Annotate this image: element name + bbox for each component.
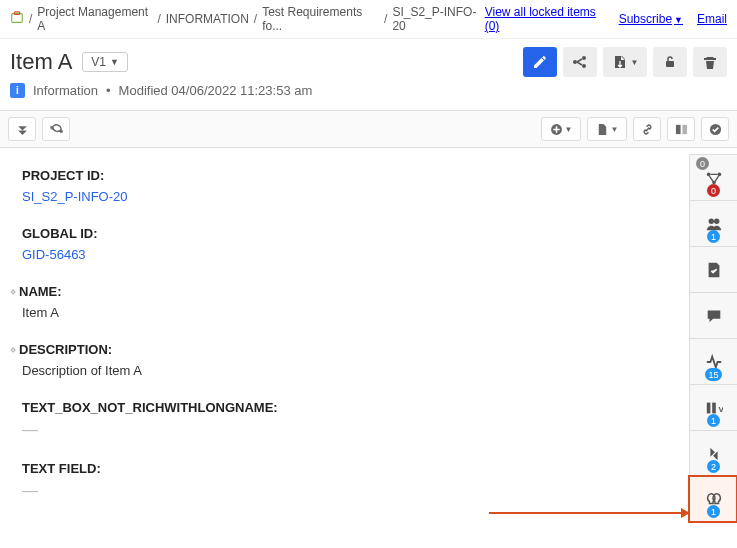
comment-icon [705,307,723,325]
add-menu-button[interactable]: ▼ [541,117,581,141]
name-value: Item A [22,305,679,320]
delete-button[interactable] [693,47,727,77]
item-type-label: Information [33,83,98,98]
rail-comments[interactable] [689,292,737,338]
item-title: Item A [10,49,72,75]
email-link[interactable]: Email [697,12,727,26]
badge: 0 [696,157,709,170]
modified-label: Modified 04/06/2022 11:23:53 am [119,83,313,98]
svg-point-14 [714,218,719,223]
textfield-value: — [22,482,679,500]
breadcrumb-sep: / [157,12,160,26]
anchor-icon: ⋄ [10,286,16,297]
meta-row: i Information • Modified 04/06/2022 11:2… [0,79,737,110]
rail-activity[interactable]: 15 [689,338,737,384]
anchor-icon: ⋄ [10,344,16,355]
toolbar: ▼ ▼ [0,110,737,148]
expand-button[interactable] [8,117,36,141]
rail-tests[interactable] [689,246,737,292]
textbox-label: TEXT_BOX_NOT_RICHWITHLONGNAME: [22,400,679,415]
svg-rect-8 [682,124,687,133]
rail-versions[interactable]: V 1 [689,384,737,430]
checklist-icon [705,261,723,279]
name-label: ⋄NAME: [22,284,679,299]
svg-rect-7 [675,124,680,133]
global-id-label: GLOBAL ID: [22,226,679,241]
type-icon: i [10,83,25,98]
badge: 1 [707,505,720,518]
document-menu-button[interactable]: ▼ [587,117,627,141]
top-bar: / Project Management A / INFORMATION / T… [0,0,737,39]
rail-relationships[interactable]: 0 0 [689,154,737,200]
lock-button[interactable] [653,47,687,77]
svg-point-10 [706,172,710,176]
global-id-value[interactable]: GID-56463 [22,247,679,262]
project-id-label: PROJECT ID: [22,168,679,183]
header-row: Item A V1▼ ▼ [0,39,737,79]
subscribe-link[interactable]: Subscribe▼ [619,12,683,26]
badge: 15 [705,368,721,381]
confirm-button[interactable] [701,117,729,141]
relate-button[interactable] [563,47,597,77]
content: PROJECT ID: SI_S2_P-INFO-20 GLOBAL ID: G… [0,148,689,532]
breadcrumb-item-current[interactable]: SI_S2_P-INFO-20 [392,5,484,33]
header-actions: ▼ [523,47,727,77]
badge: 0 [707,184,720,197]
callout-arrow [489,512,689,514]
svg-rect-5 [666,61,674,67]
side-rail: 0 0 1 15 V 1 2 1 [689,148,737,532]
breadcrumb-sep: / [29,12,32,26]
svg-point-4 [582,64,586,68]
refresh-button[interactable] [42,117,70,141]
svg-point-2 [573,60,577,64]
textbox-value: — [22,421,679,439]
svg-point-3 [582,56,586,60]
link-button[interactable] [633,117,661,141]
description-value: Description of Item A [22,363,679,378]
svg-point-13 [708,218,713,223]
meta-sep: • [106,83,111,98]
compare-button[interactable] [667,117,695,141]
svg-point-11 [717,172,721,176]
edit-button[interactable] [523,47,557,77]
project-icon [10,11,24,28]
svg-text:V: V [718,404,723,413]
svg-rect-16 [712,402,716,413]
version-selector[interactable]: V1▼ [82,52,128,72]
rail-reuse[interactable]: 2 [689,430,737,476]
description-label: ⋄DESCRIPTION: [22,342,679,357]
breadcrumb: / Project Management A / INFORMATION / T… [10,5,485,33]
badge: 2 [707,460,720,473]
locked-items-link[interactable]: View all locked items (0) [485,5,605,33]
rail-users[interactable]: 1 [689,200,737,246]
breadcrumb-item[interactable]: INFORMATION [166,12,249,26]
top-right-links: View all locked items (0) Subscribe▼ Ema… [485,5,727,33]
breadcrumb-sep: / [384,12,387,26]
export-menu-button[interactable]: ▼ [603,47,647,77]
breadcrumb-item[interactable]: Project Management A [37,5,152,33]
textfield-label: TEXT FIELD: [22,461,679,476]
badge: 1 [707,230,720,243]
badge: 1 [707,414,720,427]
project-id-value[interactable]: SI_S2_P-INFO-20 [22,189,679,204]
breadcrumb-sep: / [254,12,257,26]
breadcrumb-item[interactable]: Test Requirements fo... [262,5,379,33]
rail-ideas[interactable]: 1 [689,476,737,522]
svg-rect-15 [706,402,710,413]
